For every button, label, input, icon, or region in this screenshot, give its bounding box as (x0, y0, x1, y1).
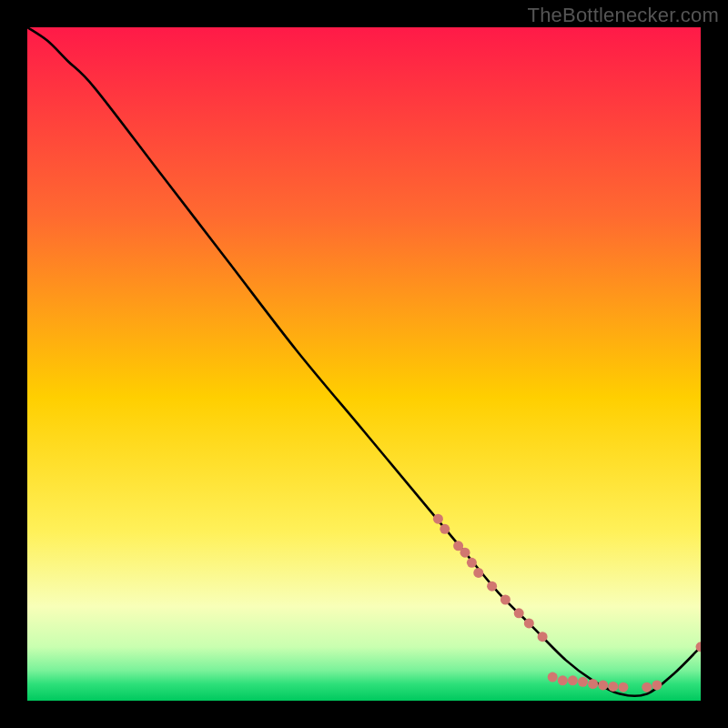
data-marker (608, 682, 618, 692)
data-marker (473, 568, 483, 578)
data-marker (460, 548, 470, 558)
data-marker (618, 682, 628, 693)
data-marker (578, 677, 588, 687)
data-marker (548, 672, 558, 682)
data-marker (433, 514, 443, 524)
data-marker (588, 679, 598, 689)
data-marker (598, 680, 608, 690)
data-marker (524, 618, 534, 628)
data-marker (652, 680, 662, 690)
data-marker (500, 595, 511, 605)
data-marker (440, 524, 450, 534)
data-marker (568, 675, 578, 685)
marker-group (433, 514, 701, 693)
data-marker (642, 682, 652, 693)
data-marker (538, 632, 548, 642)
curve-layer (27, 27, 701, 701)
data-marker (558, 675, 568, 685)
data-marker (467, 558, 477, 568)
watermark-text: TheBottlenecker.com (528, 4, 719, 27)
plot-area (27, 27, 701, 701)
chart-stage: TheBottlenecker.com (0, 0, 728, 728)
data-marker (487, 581, 497, 592)
bottleneck-curve (27, 27, 701, 696)
data-marker (514, 608, 524, 618)
